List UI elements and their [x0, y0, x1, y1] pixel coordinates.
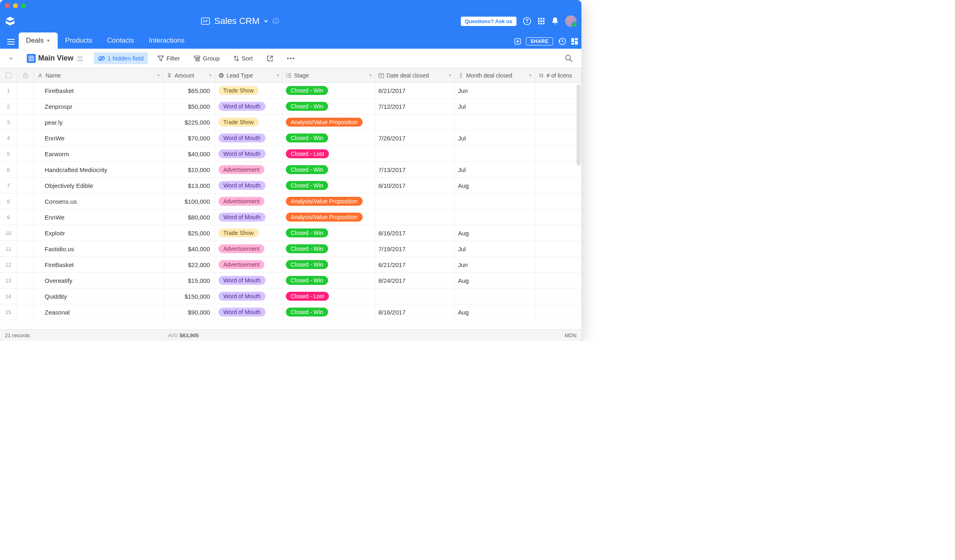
- cell-amount[interactable]: $80,000: [163, 209, 215, 225]
- row-expand[interactable]: [17, 194, 34, 209]
- header-licenses[interactable]: # of licens: [535, 68, 581, 82]
- cell-name[interactable]: Zenprospr: [34, 99, 163, 114]
- cell-name[interactable]: EnnWe: [34, 209, 163, 225]
- user-avatar[interactable]: [565, 15, 577, 27]
- table-row[interactable]: 11Fastidio.us$40,000AdvertisementClosed …: [0, 241, 581, 257]
- cell-date-closed[interactable]: 8/16/2017: [375, 304, 455, 320]
- cell-stage[interactable]: Closed - Win: [283, 162, 375, 177]
- table-tab-interactions[interactable]: Interactions: [142, 32, 192, 49]
- cell-lead-type[interactable]: Word of Mouth: [215, 130, 283, 146]
- bell-icon[interactable]: [551, 17, 559, 25]
- vertical-scrollbar[interactable]: [577, 84, 581, 166]
- table-row[interactable]: 4EnnWe$70,000Word of MouthClosed - Win7/…: [0, 130, 581, 146]
- header-lead-type[interactable]: Lead Type▼: [215, 68, 283, 82]
- apps-grid-icon[interactable]: [538, 17, 545, 25]
- cell-month-closed[interactable]: Jul: [455, 130, 535, 146]
- table-row[interactable]: 8Consens.us$100,000AdvertisementAnalysis…: [0, 194, 581, 209]
- hamburger-icon[interactable]: [3, 39, 19, 49]
- cell-amount[interactable]: $100,000: [163, 194, 215, 209]
- cell-month-closed[interactable]: Jul: [455, 162, 535, 177]
- minimize-window-icon[interactable]: [13, 3, 18, 8]
- header-select-all[interactable]: [0, 68, 17, 82]
- cell-date-closed[interactable]: 6/21/2017: [375, 83, 455, 98]
- cell-lead-type[interactable]: Advertisement: [215, 194, 283, 209]
- base-title-area[interactable]: Sales CRM: [19, 16, 461, 26]
- cell-stage[interactable]: Closed - Win: [283, 130, 375, 146]
- avg-summary[interactable]: AVG$63,905: [168, 332, 199, 338]
- table-row[interactable]: 13Overeatify$15,000Word of MouthClosed -…: [0, 273, 581, 289]
- cell-amount[interactable]: $150,000: [163, 289, 215, 304]
- cell-stage[interactable]: Closed - Win: [283, 241, 375, 256]
- cell-name[interactable]: Exploitr: [34, 225, 163, 241]
- cell-date-closed[interactable]: 7/12/2017: [375, 99, 455, 114]
- cell-licenses[interactable]: [535, 146, 581, 162]
- cell-name[interactable]: Fastidio.us: [34, 241, 163, 256]
- cell-stage[interactable]: Closed - Lost: [283, 146, 375, 162]
- cell-month-closed[interactable]: Aug: [455, 273, 535, 288]
- cell-amount[interactable]: $70,000: [163, 130, 215, 146]
- cell-stage[interactable]: Analysis/Value Proposition: [283, 114, 375, 130]
- cell-month-closed[interactable]: [455, 194, 535, 209]
- row-expand[interactable]: [17, 289, 34, 304]
- table-row[interactable]: 5Earworm$40,000Word of MouthClosed - Los…: [0, 146, 581, 162]
- row-expand[interactable]: [17, 146, 34, 162]
- cell-lead-type[interactable]: Word of Mouth: [215, 289, 283, 304]
- row-expand[interactable]: [17, 130, 34, 146]
- cell-amount[interactable]: $90,000: [163, 304, 215, 320]
- table-row[interactable]: 1FireBasket$65,000Trade ShowClosed - Win…: [0, 83, 581, 99]
- cell-name[interactable]: Overeatify: [34, 273, 163, 288]
- cell-date-closed[interactable]: [375, 146, 455, 162]
- cell-month-closed[interactable]: Aug: [455, 225, 535, 241]
- cell-date-closed[interactable]: 8/16/2017: [375, 225, 455, 241]
- cell-lead-type[interactable]: Word of Mouth: [215, 273, 283, 288]
- cell-licenses[interactable]: [535, 130, 581, 146]
- cell-month-closed[interactable]: [455, 146, 535, 162]
- cell-month-closed[interactable]: Jul: [455, 99, 535, 114]
- cell-date-closed[interactable]: 6/21/2017: [375, 257, 455, 272]
- help-icon[interactable]: ?: [523, 17, 531, 25]
- grid-body[interactable]: 1FireBasket$65,000Trade ShowClosed - Win…: [0, 83, 581, 330]
- cell-licenses[interactable]: [535, 304, 581, 320]
- cell-stage[interactable]: Closed - Win: [283, 273, 375, 288]
- table-row[interactable]: 10Exploitr$25,000Trade ShowClosed - Win8…: [0, 225, 581, 241]
- header-name[interactable]: Name▼: [34, 68, 163, 82]
- header-amount[interactable]: Amount▼: [163, 68, 215, 82]
- cell-lead-type[interactable]: Advertisement: [215, 257, 283, 272]
- cell-stage[interactable]: Closed - Win: [283, 99, 375, 114]
- cell-licenses[interactable]: [535, 241, 581, 256]
- row-expand[interactable]: [17, 273, 34, 288]
- cell-name[interactable]: FireBasket: [34, 257, 163, 272]
- search-button[interactable]: [561, 52, 577, 65]
- cell-stage[interactable]: Closed - Lost: [283, 289, 375, 304]
- cell-stage[interactable]: Analysis/Value Proposition: [283, 209, 375, 225]
- cell-stage[interactable]: Closed - Win: [283, 83, 375, 98]
- share-button[interactable]: SHARE: [526, 37, 553, 45]
- cell-date-closed[interactable]: 7/13/2017: [375, 162, 455, 177]
- cell-name[interactable]: Handcrafted Mediocrity: [34, 162, 163, 177]
- cell-name[interactable]: FireBasket: [34, 83, 163, 98]
- cell-month-closed[interactable]: Jul: [455, 241, 535, 256]
- cell-month-closed[interactable]: Jun: [455, 257, 535, 272]
- hidden-fields-button[interactable]: 1 hidden field: [94, 52, 148, 64]
- more-options-button[interactable]: [283, 55, 298, 62]
- table-row[interactable]: 12FireBasket$22,000AdvertisementClosed -…: [0, 257, 581, 273]
- cell-amount[interactable]: $50,000: [163, 99, 215, 114]
- cell-date-closed[interactable]: 8/10/2017: [375, 178, 455, 193]
- cell-stage[interactable]: Closed - Win: [283, 178, 375, 193]
- table-tab-contacts[interactable]: Contacts: [99, 32, 141, 49]
- cell-lead-type[interactable]: Word of Mouth: [215, 304, 283, 320]
- blocks-icon[interactable]: [571, 38, 578, 45]
- cell-licenses[interactable]: [535, 178, 581, 193]
- cell-date-closed[interactable]: [375, 289, 455, 304]
- cell-amount[interactable]: $13,000: [163, 178, 215, 193]
- cell-amount[interactable]: $15,000: [163, 273, 215, 288]
- cell-lead-type[interactable]: Trade Show: [215, 83, 283, 98]
- cell-lead-type[interactable]: Word of Mouth: [215, 146, 283, 162]
- cell-date-closed[interactable]: [375, 194, 455, 209]
- row-expand[interactable]: [17, 225, 34, 241]
- cell-licenses[interactable]: [535, 257, 581, 272]
- cell-month-closed[interactable]: Jun: [455, 83, 535, 98]
- cell-amount[interactable]: $40,000: [163, 146, 215, 162]
- sort-button[interactable]: Sort: [229, 52, 257, 64]
- cell-month-closed[interactable]: [455, 209, 535, 225]
